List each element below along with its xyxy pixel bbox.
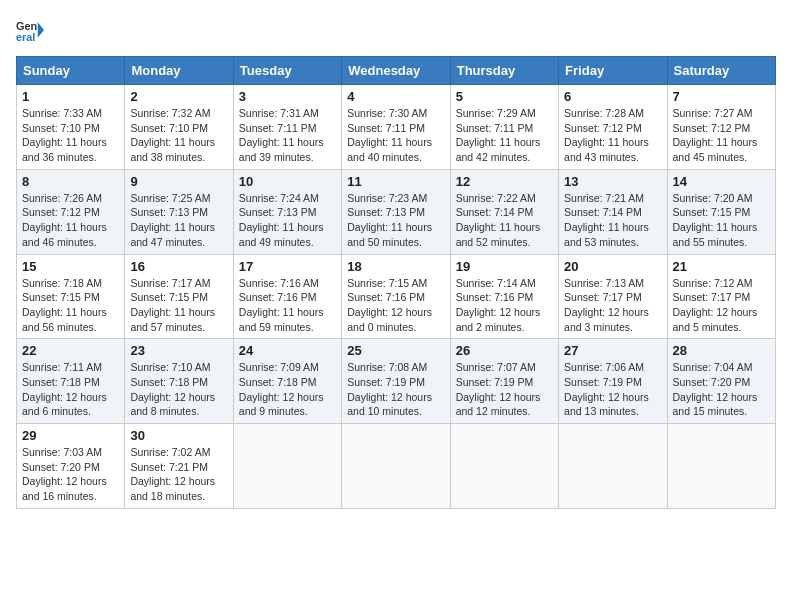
day-number: 26: [456, 343, 553, 358]
calendar-cell: 3 Sunrise: 7:31 AM Sunset: 7:11 PM Dayli…: [233, 85, 341, 170]
day-number: 30: [130, 428, 227, 443]
calendar-cell: 30 Sunrise: 7:02 AM Sunset: 7:21 PM Dayl…: [125, 424, 233, 509]
day-info: Sunrise: 7:02 AM Sunset: 7:21 PM Dayligh…: [130, 445, 227, 504]
day-info: Sunrise: 7:29 AM Sunset: 7:11 PM Dayligh…: [456, 106, 553, 165]
day-info: Sunrise: 7:10 AM Sunset: 7:18 PM Dayligh…: [130, 360, 227, 419]
day-number: 16: [130, 259, 227, 274]
calendar-cell: [450, 424, 558, 509]
day-info: Sunrise: 7:23 AM Sunset: 7:13 PM Dayligh…: [347, 191, 444, 250]
calendar-cell: 21 Sunrise: 7:12 AM Sunset: 7:17 PM Dayl…: [667, 254, 775, 339]
calendar-cell: 28 Sunrise: 7:04 AM Sunset: 7:20 PM Dayl…: [667, 339, 775, 424]
day-number: 22: [22, 343, 119, 358]
weekday-header-cell: Sunday: [17, 57, 125, 85]
calendar-week-row: 15 Sunrise: 7:18 AM Sunset: 7:15 PM Dayl…: [17, 254, 776, 339]
calendar-cell: [559, 424, 667, 509]
calendar-week-row: 22 Sunrise: 7:11 AM Sunset: 7:18 PM Dayl…: [17, 339, 776, 424]
calendar-cell: 22 Sunrise: 7:11 AM Sunset: 7:18 PM Dayl…: [17, 339, 125, 424]
calendar-week-row: 29 Sunrise: 7:03 AM Sunset: 7:20 PM Dayl…: [17, 424, 776, 509]
day-info: Sunrise: 7:28 AM Sunset: 7:12 PM Dayligh…: [564, 106, 661, 165]
day-info: Sunrise: 7:04 AM Sunset: 7:20 PM Dayligh…: [673, 360, 770, 419]
calendar-cell: 29 Sunrise: 7:03 AM Sunset: 7:20 PM Dayl…: [17, 424, 125, 509]
calendar-cell: 12 Sunrise: 7:22 AM Sunset: 7:14 PM Dayl…: [450, 169, 558, 254]
page-header: Gen eral: [16, 16, 776, 44]
day-number: 24: [239, 343, 336, 358]
calendar-cell: 2 Sunrise: 7:32 AM Sunset: 7:10 PM Dayli…: [125, 85, 233, 170]
calendar-cell: 7 Sunrise: 7:27 AM Sunset: 7:12 PM Dayli…: [667, 85, 775, 170]
day-number: 17: [239, 259, 336, 274]
calendar-cell: 10 Sunrise: 7:24 AM Sunset: 7:13 PM Dayl…: [233, 169, 341, 254]
day-info: Sunrise: 7:06 AM Sunset: 7:19 PM Dayligh…: [564, 360, 661, 419]
day-info: Sunrise: 7:03 AM Sunset: 7:20 PM Dayligh…: [22, 445, 119, 504]
day-number: 6: [564, 89, 661, 104]
calendar-cell: 25 Sunrise: 7:08 AM Sunset: 7:19 PM Dayl…: [342, 339, 450, 424]
weekday-header-cell: Friday: [559, 57, 667, 85]
calendar-cell: 26 Sunrise: 7:07 AM Sunset: 7:19 PM Dayl…: [450, 339, 558, 424]
day-number: 4: [347, 89, 444, 104]
calendar-cell: 23 Sunrise: 7:10 AM Sunset: 7:18 PM Dayl…: [125, 339, 233, 424]
calendar-cell: [342, 424, 450, 509]
logo: Gen eral: [16, 16, 48, 44]
calendar-cell: [233, 424, 341, 509]
day-number: 18: [347, 259, 444, 274]
day-info: Sunrise: 7:18 AM Sunset: 7:15 PM Dayligh…: [22, 276, 119, 335]
day-info: Sunrise: 7:13 AM Sunset: 7:17 PM Dayligh…: [564, 276, 661, 335]
logo-icon: Gen eral: [16, 16, 44, 44]
day-number: 21: [673, 259, 770, 274]
day-number: 8: [22, 174, 119, 189]
calendar-cell: 9 Sunrise: 7:25 AM Sunset: 7:13 PM Dayli…: [125, 169, 233, 254]
svg-text:eral: eral: [16, 31, 35, 43]
weekday-header-cell: Monday: [125, 57, 233, 85]
day-info: Sunrise: 7:15 AM Sunset: 7:16 PM Dayligh…: [347, 276, 444, 335]
svg-marker-2: [38, 22, 44, 38]
calendar-cell: 6 Sunrise: 7:28 AM Sunset: 7:12 PM Dayli…: [559, 85, 667, 170]
day-number: 23: [130, 343, 227, 358]
weekday-header-cell: Saturday: [667, 57, 775, 85]
day-number: 9: [130, 174, 227, 189]
calendar-cell: 14 Sunrise: 7:20 AM Sunset: 7:15 PM Dayl…: [667, 169, 775, 254]
day-info: Sunrise: 7:09 AM Sunset: 7:18 PM Dayligh…: [239, 360, 336, 419]
day-info: Sunrise: 7:31 AM Sunset: 7:11 PM Dayligh…: [239, 106, 336, 165]
day-info: Sunrise: 7:24 AM Sunset: 7:13 PM Dayligh…: [239, 191, 336, 250]
day-info: Sunrise: 7:20 AM Sunset: 7:15 PM Dayligh…: [673, 191, 770, 250]
day-number: 19: [456, 259, 553, 274]
day-number: 15: [22, 259, 119, 274]
day-info: Sunrise: 7:17 AM Sunset: 7:15 PM Dayligh…: [130, 276, 227, 335]
weekday-header-row: SundayMondayTuesdayWednesdayThursdayFrid…: [17, 57, 776, 85]
calendar-cell: 13 Sunrise: 7:21 AM Sunset: 7:14 PM Dayl…: [559, 169, 667, 254]
calendar-cell: 16 Sunrise: 7:17 AM Sunset: 7:15 PM Dayl…: [125, 254, 233, 339]
day-number: 7: [673, 89, 770, 104]
day-info: Sunrise: 7:11 AM Sunset: 7:18 PM Dayligh…: [22, 360, 119, 419]
calendar-week-row: 1 Sunrise: 7:33 AM Sunset: 7:10 PM Dayli…: [17, 85, 776, 170]
calendar-cell: 24 Sunrise: 7:09 AM Sunset: 7:18 PM Dayl…: [233, 339, 341, 424]
day-number: 11: [347, 174, 444, 189]
day-number: 29: [22, 428, 119, 443]
day-number: 27: [564, 343, 661, 358]
day-number: 14: [673, 174, 770, 189]
calendar-cell: 20 Sunrise: 7:13 AM Sunset: 7:17 PM Dayl…: [559, 254, 667, 339]
calendar-cell: 19 Sunrise: 7:14 AM Sunset: 7:16 PM Dayl…: [450, 254, 558, 339]
day-number: 3: [239, 89, 336, 104]
weekday-header-cell: Thursday: [450, 57, 558, 85]
day-info: Sunrise: 7:27 AM Sunset: 7:12 PM Dayligh…: [673, 106, 770, 165]
day-number: 10: [239, 174, 336, 189]
calendar-cell: 5 Sunrise: 7:29 AM Sunset: 7:11 PM Dayli…: [450, 85, 558, 170]
calendar-cell: 1 Sunrise: 7:33 AM Sunset: 7:10 PM Dayli…: [17, 85, 125, 170]
calendar-table: SundayMondayTuesdayWednesdayThursdayFrid…: [16, 56, 776, 509]
day-number: 28: [673, 343, 770, 358]
day-info: Sunrise: 7:32 AM Sunset: 7:10 PM Dayligh…: [130, 106, 227, 165]
calendar-cell: 27 Sunrise: 7:06 AM Sunset: 7:19 PM Dayl…: [559, 339, 667, 424]
day-info: Sunrise: 7:12 AM Sunset: 7:17 PM Dayligh…: [673, 276, 770, 335]
weekday-header-cell: Tuesday: [233, 57, 341, 85]
calendar-cell: 18 Sunrise: 7:15 AM Sunset: 7:16 PM Dayl…: [342, 254, 450, 339]
calendar-cell: 4 Sunrise: 7:30 AM Sunset: 7:11 PM Dayli…: [342, 85, 450, 170]
calendar-cell: 8 Sunrise: 7:26 AM Sunset: 7:12 PM Dayli…: [17, 169, 125, 254]
calendar-cell: 17 Sunrise: 7:16 AM Sunset: 7:16 PM Dayl…: [233, 254, 341, 339]
day-number: 13: [564, 174, 661, 189]
day-info: Sunrise: 7:14 AM Sunset: 7:16 PM Dayligh…: [456, 276, 553, 335]
day-info: Sunrise: 7:26 AM Sunset: 7:12 PM Dayligh…: [22, 191, 119, 250]
day-number: 5: [456, 89, 553, 104]
day-info: Sunrise: 7:07 AM Sunset: 7:19 PM Dayligh…: [456, 360, 553, 419]
day-info: Sunrise: 7:25 AM Sunset: 7:13 PM Dayligh…: [130, 191, 227, 250]
calendar-week-row: 8 Sunrise: 7:26 AM Sunset: 7:12 PM Dayli…: [17, 169, 776, 254]
day-number: 20: [564, 259, 661, 274]
